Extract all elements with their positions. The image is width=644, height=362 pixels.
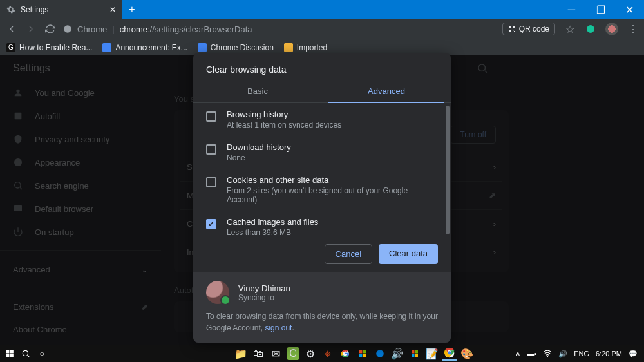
svg-rect-24: [412, 350, 415, 354]
dialog-buttons: Cancel Clear data: [193, 236, 451, 272]
svg-rect-2: [513, 26, 515, 29]
taskbar-app[interactable]: [337, 347, 353, 361]
windows-taskbar: ○ 📁 🛍 ✉ C ⚙ ⎆ 🔊 📝 🎨 ʌ ▬▪ 🔊 ENG 6:20 PM 💬: [0, 345, 644, 362]
dialog-tabs: Basic Advanced: [193, 80, 451, 103]
window-title-bar: Settings ✕ + ─ ❐ ✕: [0, 0, 644, 19]
url-field[interactable]: Chrome | chrome://settings/clearBrowserD…: [63, 24, 496, 34]
wifi-icon[interactable]: [543, 349, 552, 358]
checkbox[interactable]: [206, 177, 216, 187]
svg-rect-1: [509, 26, 511, 29]
minimize-button[interactable]: ─: [557, 0, 586, 19]
back-button[interactable]: [5, 23, 18, 35]
bookmark-item[interactable]: Chrome Discusion: [198, 43, 274, 52]
folder-icon: [284, 43, 293, 52]
close-window-button[interactable]: ✕: [615, 0, 644, 19]
browser-tab[interactable]: Settings ✕: [0, 0, 122, 19]
svg-point-0: [64, 25, 71, 33]
clear-browsing-data-dialog: Clear browsing data Basic Advanced Brows…: [193, 53, 451, 343]
svg-rect-14: [10, 350, 14, 353]
checkbox[interactable]: [206, 111, 216, 122]
dialog-footer: Viney Dhiman Syncing to ──────── To clea…: [193, 272, 451, 343]
taskbar-app[interactable]: [372, 347, 388, 361]
svg-rect-21: [359, 354, 362, 357]
svg-rect-22: [363, 354, 366, 357]
svg-rect-26: [412, 354, 415, 357]
svg-rect-25: [415, 350, 419, 354]
extension-grammarly-icon[interactable]: [585, 23, 596, 35]
option-browsing-history[interactable]: Browsing historyAt least 1 item on synce…: [193, 103, 451, 136]
svg-point-29: [547, 356, 548, 357]
svg-point-17: [23, 350, 28, 356]
sign-out-link[interactable]: sign out: [265, 323, 292, 332]
scrollbar-thumb[interactable]: [446, 106, 450, 234]
svg-rect-13: [6, 350, 9, 353]
svg-rect-19: [359, 350, 362, 353]
svg-rect-27: [415, 354, 419, 357]
start-button[interactable]: [3, 347, 17, 361]
option-download-history[interactable]: Download historyNone: [193, 136, 451, 169]
taskbar-app[interactable]: 📝: [424, 347, 440, 361]
bookmark-item[interactable]: Imported: [284, 43, 327, 52]
menu-icon[interactable]: ⋮: [627, 23, 639, 35]
taskbar-chrome[interactable]: [442, 347, 457, 361]
favicon: G: [6, 43, 15, 52]
taskbar-app[interactable]: [407, 347, 422, 361]
forward-button[interactable]: [24, 23, 37, 35]
close-tab-icon[interactable]: ✕: [109, 5, 116, 14]
cancel-button[interactable]: Cancel: [325, 244, 372, 264]
tab-title: Settings: [21, 5, 48, 14]
taskbar-app[interactable]: 🎨: [459, 347, 475, 361]
option-cached-images[interactable]: Cached images and filesLess than 39.6 MB: [193, 211, 451, 236]
taskbar-app[interactable]: ✉: [268, 347, 283, 361]
checkbox[interactable]: [206, 144, 216, 155]
taskbar-app[interactable]: 🔊: [390, 347, 405, 361]
language-indicator[interactable]: ENG: [574, 350, 589, 357]
dialog-body[interactable]: Browsing historyAt least 1 item on synce…: [193, 103, 451, 236]
svg-rect-15: [6, 354, 9, 357]
svg-rect-4: [513, 30, 514, 31]
taskbar-app[interactable]: 📁: [233, 347, 249, 361]
favicon: [198, 43, 207, 52]
user-sync-status: Syncing to ────────: [238, 293, 320, 302]
window-controls: ─ ❐ ✕: [557, 0, 644, 19]
cortana-button[interactable]: ○: [35, 347, 49, 361]
profile-avatar[interactable]: [605, 23, 618, 35]
maximize-button[interactable]: ❐: [586, 0, 615, 19]
svg-point-23: [376, 350, 384, 357]
tray-chevron-icon[interactable]: ʌ: [516, 350, 520, 358]
search-button[interactable]: [19, 347, 33, 361]
svg-rect-5: [514, 31, 515, 32]
dialog-title: Clear browsing data: [193, 53, 451, 80]
clock[interactable]: 6:20 PM: [596, 350, 622, 357]
bookmark-item[interactable]: GHow to Enable Rea...: [6, 43, 92, 52]
qr-code-button[interactable]: QR code: [502, 23, 555, 35]
system-tray: ʌ ▬▪ 🔊 ENG 6:20 PM 💬: [516, 349, 641, 358]
bookmark-item[interactable]: Announcement: Ex...: [102, 43, 187, 52]
tab-advanced[interactable]: Advanced: [322, 80, 451, 102]
battery-icon[interactable]: ▬▪: [527, 350, 536, 357]
modal-overlay: Clear browsing data Basic Advanced Brows…: [0, 55, 644, 345]
taskbar-app[interactable]: [355, 347, 370, 361]
volume-icon[interactable]: 🔊: [558, 350, 567, 358]
chrome-icon: [63, 24, 72, 33]
svg-rect-20: [363, 350, 366, 353]
notifications-icon[interactable]: 💬: [629, 350, 638, 358]
user-name: Viney Dhiman: [238, 283, 320, 293]
taskbar-app[interactable]: C: [285, 347, 301, 361]
taskbar-app[interactable]: ⎆: [320, 347, 336, 361]
tab-basic[interactable]: Basic: [193, 80, 322, 102]
checkbox[interactable]: [206, 219, 216, 229]
option-cookies[interactable]: Cookies and other site dataFrom 2 sites …: [193, 169, 451, 211]
url-host-label: Chrome: [77, 24, 107, 34]
svg-point-6: [587, 25, 594, 33]
footer-text: To clear browsing data from this device …: [206, 310, 438, 334]
new-tab-button[interactable]: +: [122, 0, 142, 19]
bookmark-star-icon[interactable]: ☆: [564, 23, 576, 35]
qr-icon: [508, 25, 516, 33]
taskbar-app[interactable]: ⚙: [303, 347, 318, 361]
user-avatar: [206, 281, 229, 304]
clear-data-button[interactable]: Clear data: [379, 244, 438, 264]
svg-rect-3: [509, 30, 511, 32]
taskbar-app[interactable]: 🛍: [251, 347, 266, 361]
reload-button[interactable]: [44, 23, 57, 35]
